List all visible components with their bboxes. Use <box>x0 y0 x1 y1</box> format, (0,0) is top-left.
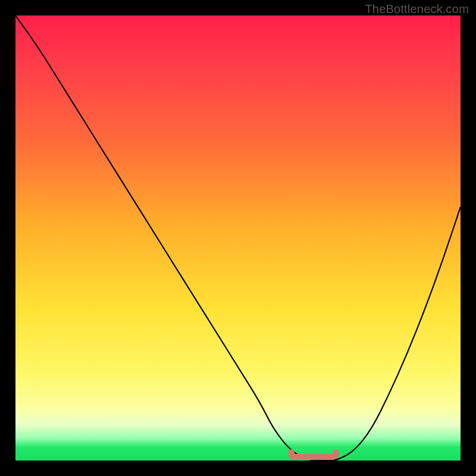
bottleneck-curve-path <box>15 15 461 461</box>
optimal-zone-marker <box>291 452 336 457</box>
attribution-text: TheBottleneck.com <box>365 2 469 16</box>
bottleneck-curve-svg <box>15 15 461 461</box>
chart-plot-area <box>15 15 461 461</box>
